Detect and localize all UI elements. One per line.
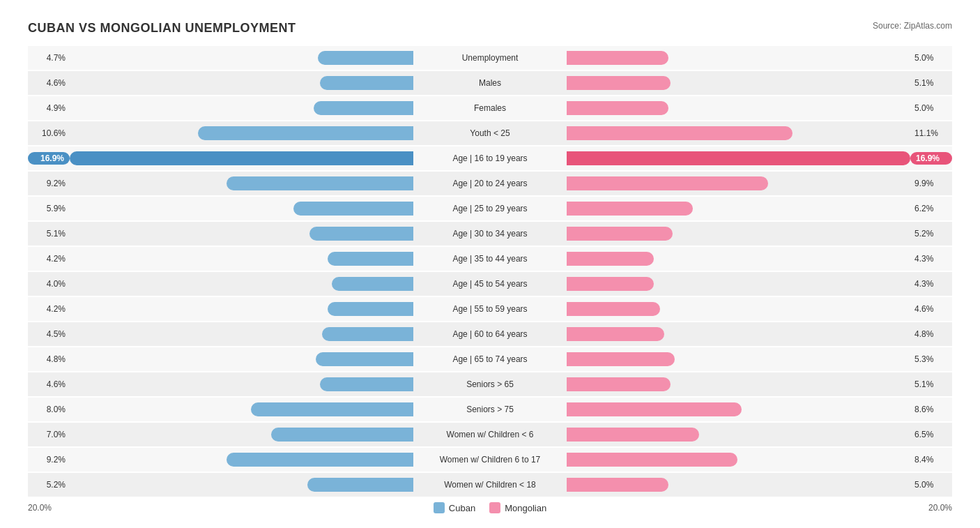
bar-row: 4.9% Females 5.0% (28, 96, 952, 120)
bar-row: 4.7% Unemployment 5.0% (28, 46, 952, 70)
bars-center: Age | 16 to 19 years (70, 146, 910, 170)
left-bar-container (70, 276, 413, 292)
right-value: 5.0% (910, 103, 952, 113)
left-bar-container (70, 452, 413, 467)
bars-center: Seniors > 65 (70, 372, 910, 396)
left-value: 5.9% (28, 204, 70, 213)
bar-label: Age | 25 to 29 years (413, 202, 567, 215)
bar-label: Age | 35 to 44 years (413, 252, 567, 265)
bar-pink (567, 327, 664, 341)
bar-row: 7.0% Women w/ Children < 6 6.5% (28, 423, 952, 446)
legend: Cuban Mongolian (434, 502, 546, 513)
right-bar-container (567, 276, 910, 292)
bar-pink (567, 151, 910, 165)
left-value: 5.2% (28, 480, 70, 490)
left-bar-container (70, 226, 413, 241)
bar-label: Youth < 25 (413, 127, 567, 139)
right-bar-container (567, 201, 910, 216)
right-value: 5.0% (910, 53, 952, 63)
right-value: 4.8% (910, 329, 952, 339)
chart-area: 4.7% Unemployment 5.0% 4.6% (28, 46, 952, 497)
row-inner: 4.6% Males 5.1% (28, 71, 952, 95)
bar-blue (271, 428, 413, 442)
bar-label: Women w/ Children < 6 (413, 428, 567, 441)
row-inner: 4.8% Age | 65 to 74 years 5.3% (28, 347, 952, 371)
bar-row: 4.8% Age | 65 to 74 years 5.3% (28, 347, 952, 371)
bar-pink (567, 176, 768, 190)
bar-row: 9.2% Women w/ Children 6 to 17 8.4% (28, 448, 952, 472)
row-inner: 9.2% Age | 20 to 24 years 9.9% (28, 172, 952, 195)
bar-pink (567, 302, 660, 316)
left-value: 4.7% (28, 53, 70, 63)
bars-center: Females (70, 96, 910, 120)
bar-row: 5.1% Age | 30 to 34 years 5.2% (28, 222, 952, 246)
right-bar-container (567, 326, 910, 342)
left-bar-container (70, 100, 413, 116)
left-bar-container (70, 352, 413, 367)
bar-blue (318, 51, 413, 65)
bar-row: 4.0% Age | 45 to 54 years 4.3% (28, 272, 952, 296)
right-value: 9.9% (910, 179, 952, 188)
left-bar-container (70, 126, 413, 141)
right-value: 6.5% (910, 430, 952, 439)
right-bar-container (567, 251, 910, 266)
legend-item-mongolian: Mongolian (489, 502, 546, 513)
bar-row: 9.2% Age | 20 to 24 years 9.9% (28, 172, 952, 195)
bar-pink (567, 428, 699, 442)
bars-center: Age | 20 to 24 years (70, 172, 910, 195)
bar-row: 5.9% Age | 25 to 29 years 6.2% (28, 197, 952, 220)
left-value: 4.8% (28, 354, 70, 364)
bar-row: 8.0% Seniors > 75 8.6% (28, 398, 952, 421)
bar-row: 4.2% Age | 55 to 59 years 4.6% (28, 297, 952, 321)
bar-blue (309, 227, 413, 241)
bar-blue (328, 252, 413, 266)
bar-blue (320, 76, 413, 90)
row-inner: 4.0% Age | 45 to 54 years 4.3% (28, 272, 952, 296)
left-bar-container (70, 326, 413, 342)
bars-center: Males (70, 71, 910, 95)
bar-blue (70, 151, 413, 165)
right-value: 4.3% (910, 254, 952, 264)
chart-header: CUBAN VS MONGOLIAN UNEMPLOYMENT Source: … (28, 21, 952, 36)
right-value: 4.3% (910, 279, 952, 289)
bar-pink (567, 478, 668, 492)
bars-center: Age | 45 to 54 years (70, 272, 910, 296)
left-value: 4.5% (28, 329, 70, 339)
bar-pink (567, 377, 671, 391)
bar-pink (567, 227, 673, 241)
bar-label: Age | 55 to 59 years (413, 303, 567, 315)
right-value: 11.1% (910, 128, 952, 138)
chart-source: Source: ZipAtlas.com (873, 21, 952, 31)
right-bar-container (567, 176, 910, 191)
bar-blue (198, 126, 413, 140)
right-bar-container (567, 226, 910, 241)
right-value: 5.2% (910, 229, 952, 239)
left-bar-container (70, 301, 413, 317)
left-value: 7.0% (28, 430, 70, 439)
left-value: 4.9% (28, 103, 70, 113)
bar-row: 4.5% Age | 60 to 64 years 4.8% (28, 322, 952, 346)
right-bar-container (567, 151, 910, 166)
right-value: 8.6% (910, 405, 952, 414)
right-bar-container (567, 402, 910, 417)
bars-center: Age | 35 to 44 years (70, 247, 910, 271)
bar-label: Age | 16 to 19 years (413, 152, 567, 165)
right-bar-container (567, 427, 910, 442)
chart-title: CUBAN VS MONGOLIAN UNEMPLOYMENT (28, 21, 296, 36)
row-inner: 9.2% Women w/ Children 6 to 17 8.4% (28, 448, 952, 472)
right-bar-container (567, 75, 910, 91)
bars-center: Women w/ Children < 6 (70, 423, 910, 446)
bar-blue (322, 327, 413, 341)
row-inner: 4.2% Age | 55 to 59 years 4.6% (28, 297, 952, 321)
row-inner: 4.6% Seniors > 65 5.1% (28, 372, 952, 396)
right-bar-container (567, 352, 910, 367)
bar-label: Females (413, 102, 567, 114)
bar-blue (293, 202, 413, 216)
left-value: 4.0% (28, 279, 70, 289)
bar-pink (567, 101, 668, 115)
left-bar-container (70, 402, 413, 417)
bar-pink (567, 126, 793, 140)
right-value: 5.1% (910, 78, 952, 88)
right-value: 6.2% (910, 204, 952, 213)
right-value: 5.0% (910, 480, 952, 490)
